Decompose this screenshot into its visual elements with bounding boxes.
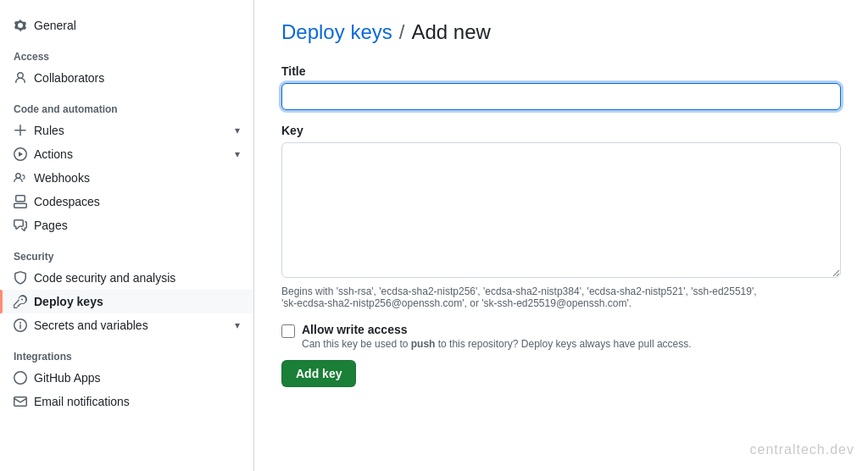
mail-icon	[14, 395, 27, 408]
secrets-icon	[14, 319, 27, 332]
sidebar-rules-label: Rules	[34, 124, 235, 137]
allow-write-description: Can this key be used to push to this rep…	[302, 338, 692, 350]
sidebar-codespaces-label: Codespaces	[34, 195, 240, 208]
rules-icon	[14, 124, 27, 137]
title-form-group: Title	[281, 64, 841, 110]
sidebar-github-apps-label: GitHub Apps	[34, 371, 240, 385]
rules-chevron-icon: ▾	[235, 125, 240, 136]
sidebar-general-label: General	[34, 19, 240, 32]
sidebar-item-pages[interactable]: Pages	[0, 213, 253, 237]
main-content: Deploy keys / Add new Title Key Begins w…	[254, 0, 868, 471]
page-header: Deploy keys / Add new	[281, 20, 841, 44]
sidebar-item-code-security[interactable]: Code security and analysis	[0, 266, 253, 290]
breadcrumb-link[interactable]: Deploy keys	[281, 20, 392, 44]
sidebar-item-actions[interactable]: Actions ▾	[0, 142, 253, 166]
sidebar-webhooks-label: Webhooks	[34, 171, 240, 185]
key-form-group: Key Begins with 'ssh-rsa', 'ecdsa-sha2-n…	[281, 124, 841, 309]
title-label: Title	[281, 64, 841, 78]
section-code-automation: Code and automation	[0, 90, 253, 119]
key-textarea[interactable]	[281, 142, 841, 278]
sidebar: General Access Collaborators Code and au…	[0, 0, 254, 471]
gear-icon	[14, 19, 27, 32]
sidebar-pages-label: Pages	[34, 219, 240, 232]
sidebar-item-codespaces[interactable]: Codespaces	[0, 190, 253, 213]
sidebar-item-secrets[interactable]: Secrets and variables ▾	[0, 313, 253, 337]
sidebar-item-email-notifications[interactable]: Email notifications	[0, 390, 253, 413]
actions-chevron-icon: ▾	[235, 148, 240, 160]
app-icon	[14, 371, 27, 385]
key-label: Key	[281, 124, 841, 137]
section-access: Access	[0, 37, 253, 66]
section-security: Security	[0, 237, 253, 266]
key-hint: Begins with 'ssh-rsa', 'ecdsa-sha2-nistp…	[281, 285, 841, 309]
allow-write-label[interactable]: Allow write access	[302, 323, 408, 336]
actions-icon	[14, 147, 27, 161]
sidebar-collaborators-label: Collaborators	[34, 71, 240, 85]
webhook-icon	[14, 171, 27, 185]
allow-write-group: Allow write access Can this key be used …	[281, 323, 841, 350]
pages-icon	[14, 219, 27, 232]
sidebar-item-webhooks[interactable]: Webhooks	[0, 166, 253, 190]
sidebar-item-github-apps[interactable]: GitHub Apps	[0, 366, 253, 390]
sidebar-email-notifications-label: Email notifications	[34, 395, 240, 408]
sidebar-code-security-label: Code security and analysis	[34, 271, 240, 285]
allow-write-checkbox[interactable]	[281, 324, 295, 338]
person-icon	[14, 71, 27, 85]
sidebar-item-deploy-keys[interactable]: Deploy keys	[0, 290, 253, 313]
add-key-button[interactable]: Add key	[281, 360, 356, 387]
sidebar-item-collaborators[interactable]: Collaborators	[0, 66, 253, 90]
sidebar-secrets-label: Secrets and variables	[34, 319, 235, 332]
sidebar-item-general[interactable]: General	[0, 14, 253, 37]
sidebar-actions-label: Actions	[34, 147, 235, 161]
breadcrumb-separator: /	[399, 20, 405, 44]
page-title: Add new	[411, 20, 490, 44]
shield-icon	[14, 271, 27, 285]
sidebar-item-rules[interactable]: Rules ▾	[0, 119, 253, 142]
secrets-chevron-icon: ▾	[235, 319, 240, 331]
sidebar-deploy-keys-label: Deploy keys	[34, 295, 240, 308]
codespaces-icon	[14, 195, 27, 208]
section-integrations: Integrations	[0, 337, 253, 366]
key-icon	[14, 295, 27, 308]
title-input[interactable]	[281, 83, 841, 110]
